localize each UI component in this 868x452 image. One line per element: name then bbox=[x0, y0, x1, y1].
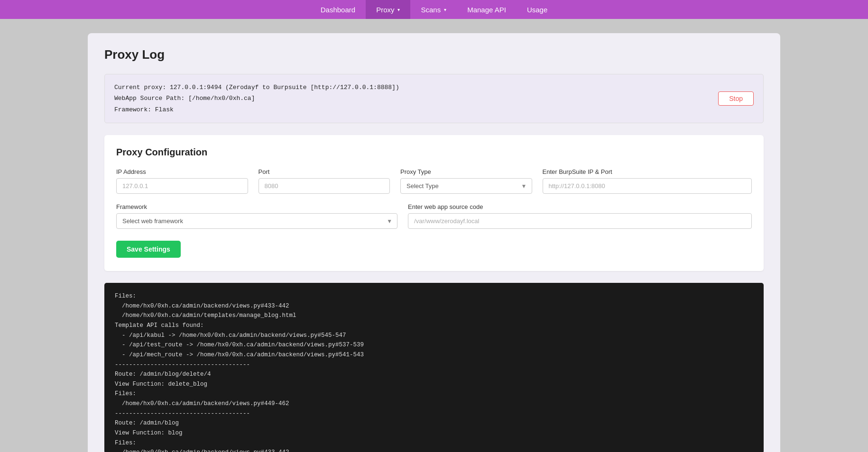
burp-group: Enter BurpSuite IP & Port bbox=[543, 168, 752, 194]
scans-chevron-icon: ▾ bbox=[444, 7, 446, 12]
current-proxy-text: Current proxy: 127.0.0.1:9494 (Zerodayf … bbox=[114, 82, 754, 93]
port-label: Port bbox=[259, 168, 390, 175]
port-group: Port bbox=[259, 168, 390, 194]
framework-select[interactable]: Select web framework Flask Django Expres… bbox=[117, 214, 397, 228]
nav-item-scans[interactable]: Scans▾ bbox=[410, 0, 457, 19]
framework-select-wrapper[interactable]: Select web framework Flask Django Expres… bbox=[116, 213, 397, 229]
framework-label: Framework bbox=[116, 203, 397, 210]
framework-group: Framework Select web framework Flask Dja… bbox=[116, 203, 397, 229]
webapp-source-text: WebApp Source Path: [/home/hx0/0xh.ca] bbox=[114, 93, 754, 104]
framework-text: Framework: Flask bbox=[114, 104, 754, 115]
main-nav: DashboardProxy▾Scans▾Manage APIUsage bbox=[0, 0, 868, 19]
proxy-config-card: Proxy Configuration IP Address Port Prox… bbox=[104, 135, 764, 271]
nav-item-dashboard[interactable]: Dashboard bbox=[310, 0, 366, 19]
nav-item-manage-api[interactable]: Manage API bbox=[457, 0, 517, 19]
config-title: Proxy Configuration bbox=[116, 147, 752, 158]
proxy-type-select[interactable]: Select Type Burp Suite OWASP ZAP bbox=[401, 179, 532, 193]
stop-button[interactable]: Stop bbox=[718, 91, 754, 106]
proxy-type-select-wrapper[interactable]: Select Type Burp Suite OWASP ZAP ▼ bbox=[400, 178, 532, 194]
proxy-type-label: Proxy Type bbox=[400, 168, 532, 175]
proxy-chevron-icon: ▾ bbox=[397, 7, 400, 12]
source-label: Enter web app source code bbox=[408, 203, 752, 210]
ip-label: IP Address bbox=[116, 168, 248, 175]
ip-group: IP Address bbox=[116, 168, 248, 194]
form-row-1: IP Address Port Proxy Type Select Type B… bbox=[116, 168, 752, 194]
ip-input[interactable] bbox=[116, 178, 248, 194]
page-wrapper: Proxy Log Current proxy: 127.0.0.1:9494 … bbox=[0, 19, 868, 452]
status-bar: Current proxy: 127.0.0.1:9494 (Zerodayf … bbox=[104, 74, 764, 123]
page-title: Proxy Log bbox=[104, 47, 764, 62]
source-group: Enter web app source code bbox=[408, 203, 752, 229]
port-input[interactable] bbox=[259, 178, 390, 194]
nav-item-usage[interactable]: Usage bbox=[517, 0, 558, 19]
terminal-output: Files: /home/hx0/0xh.ca/admin/backend/vi… bbox=[104, 283, 764, 452]
main-card: Proxy Log Current proxy: 127.0.0.1:9494 … bbox=[88, 33, 780, 452]
form-row-2: Framework Select web framework Flask Dja… bbox=[116, 203, 752, 229]
save-settings-button[interactable]: Save Settings bbox=[116, 241, 181, 258]
burp-input[interactable] bbox=[543, 178, 752, 194]
source-input[interactable] bbox=[408, 213, 752, 229]
burp-label: Enter BurpSuite IP & Port bbox=[543, 168, 752, 175]
nav-item-proxy[interactable]: Proxy▾ bbox=[366, 0, 410, 19]
proxy-type-group: Proxy Type Select Type Burp Suite OWASP … bbox=[400, 168, 532, 194]
